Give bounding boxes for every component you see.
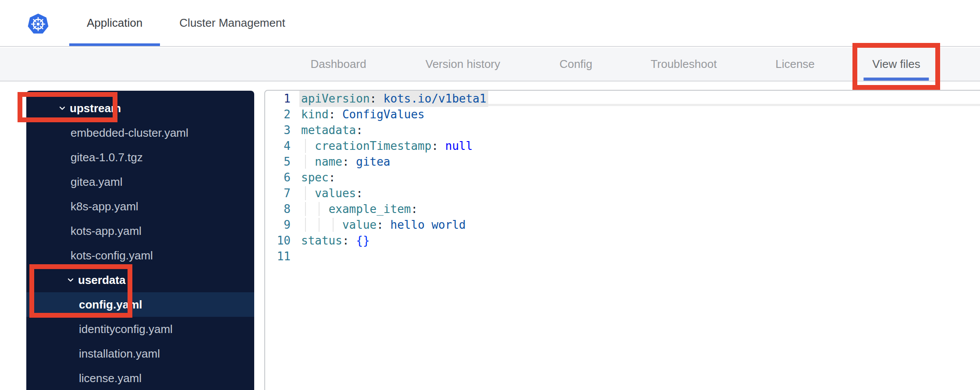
tree-item-label: config.yaml [79,298,142,312]
tree-file-kots-config.yaml[interactable]: kots-config.yaml [26,243,254,268]
chevron-down-icon [58,104,66,112]
code-line-2[interactable]: 2kind: ConfigValues [265,106,980,122]
line-number: 11 [265,248,291,264]
app-nav-bar: DashboardVersion historyConfigTroublesho… [0,48,980,82]
tab-application[interactable]: Application [83,0,146,46]
nav-item-config[interactable]: Config [559,48,592,81]
chevron-down-icon [67,276,75,284]
line-number: 3 [265,122,291,138]
tree-item-label: gitea.yaml [71,175,123,189]
code-text: apiVersion: kots.io/v1beta1 [301,91,486,106]
tree-item-label: identityconfig.yaml [79,323,173,336]
tree-item-label: embedded-cluster.yaml [71,126,188,140]
line-number: 9 [265,217,291,233]
nav-item-dashboard[interactable]: Dashboard [310,48,366,81]
code-text: kind: ConfigValues [301,106,425,122]
kots-admin-console: Application Cluster Management Dashboard… [0,0,980,390]
line-number: 2 [265,106,291,122]
code-line-8[interactable]: 8 example_item: [265,201,980,217]
line-number: 8 [265,201,291,217]
line-number: 5 [265,154,291,170]
code-line-11[interactable]: 11 [265,248,980,264]
line-number: 10 [265,233,291,248]
tree-item-label: installation.yaml [79,347,160,361]
code-text: spec: [301,170,335,185]
tree-item-label: license.yaml [79,372,142,385]
tree-item-label: kots-app.yaml [71,224,142,238]
code-text: example_item: [301,201,418,217]
tree-file-license.yaml[interactable]: license.yaml [26,366,254,390]
tree-file-identityconfig.yaml[interactable]: identityconfig.yaml [26,317,254,341]
tree-item-label: kots-config.yaml [71,249,153,262]
code-text: value: hello world [301,217,466,233]
tree-file-embedded-cluster.yaml[interactable]: embedded-cluster.yaml [26,121,254,145]
code-line-3[interactable]: 3metadata: [265,122,980,138]
line-number: 1 [265,91,291,106]
top-bar: Application Cluster Management [0,0,980,47]
code-text: metadata: [301,122,363,138]
code-line-4[interactable]: 4 creationTimestamp: null [265,138,980,154]
tree-item-label: k8s-app.yaml [71,200,138,213]
code-text: name: gitea [301,154,391,170]
tree-file-installation.yaml[interactable]: installation.yaml [26,341,254,366]
code-line-1[interactable]: 1apiVersion: kots.io/v1beta1 [265,91,980,106]
line-number: 7 [265,185,291,201]
line-number: 6 [265,170,291,185]
nav-item-license[interactable]: License [775,48,815,81]
line-number: 4 [265,138,291,154]
code-line-9[interactable]: 9 value: hello world [265,217,980,233]
kubernetes-logo-icon [27,13,49,35]
tree-item-label: upstream [70,102,121,115]
file-tree-sidebar: upstreamembedded-cluster.yamlgitea-1.0.7… [26,91,254,390]
tree-item-label: gitea-1.0.7.tgz [71,151,143,164]
file-viewer-editor[interactable]: 1apiVersion: kots.io/v1beta12kind: Confi… [264,90,980,390]
tab-cluster-management[interactable]: Cluster Management [173,0,291,46]
tree-file-kots-app.yaml[interactable]: kots-app.yaml [26,219,254,243]
tree-item-label: userdata [78,273,125,287]
code-text: creationTimestamp: null [301,138,472,154]
code-text: values: [301,185,363,201]
nav-item-view-files[interactable]: View files [872,48,920,81]
code-line-10[interactable]: 10status: {} [265,233,980,248]
code-line-5[interactable]: 5 name: gitea [265,154,980,170]
tree-file-config.yaml[interactable]: config.yaml [26,292,254,317]
nav-item-version-history[interactable]: Version history [426,48,501,81]
tree-folder-userdata[interactable]: userdata [26,268,254,292]
code-text: status: {} [301,233,370,248]
code-line-6[interactable]: 6spec: [265,170,980,185]
tree-file-gitea-1.0.7.tgz[interactable]: gitea-1.0.7.tgz [26,145,254,170]
code-line-7[interactable]: 7 values: [265,185,980,201]
nav-item-troubleshoot[interactable]: Troubleshoot [651,48,717,81]
tree-file-gitea.yaml[interactable]: gitea.yaml [26,170,254,194]
tree-file-k8s-app.yaml[interactable]: k8s-app.yaml [26,194,254,219]
tree-folder-upstream[interactable]: upstream [26,96,254,121]
